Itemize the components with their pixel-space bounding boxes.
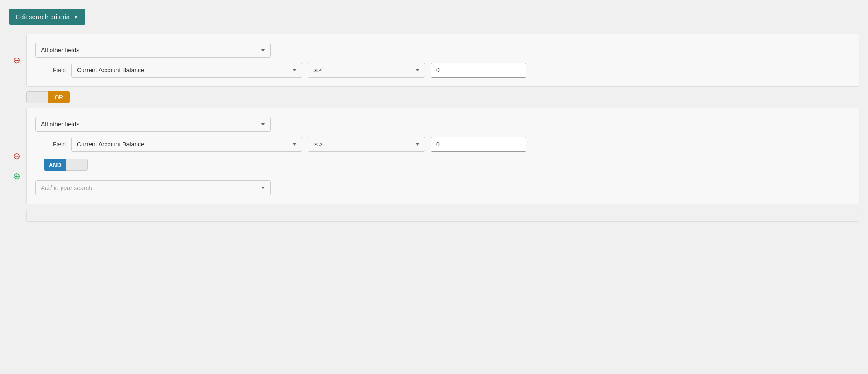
field-label-1: Field (44, 67, 66, 74)
remove-block2-button[interactable]: ⊖ (13, 152, 21, 160)
remove-block1-button[interactable]: ⊖ (13, 56, 21, 65)
connector-inactive-right (66, 159, 88, 171)
field-label-2: Field (44, 141, 66, 148)
field-row-2: Field Current Account Balance is ≥ (44, 137, 850, 152)
edit-search-button[interactable]: Edit search criteria ▼ (9, 9, 85, 25)
connector-inactive-left (26, 91, 48, 103)
criteria-block-1: All other fields Field Current Account B… (26, 34, 859, 87)
field-type-select-2[interactable]: All other fields (35, 117, 271, 132)
bottom-bar (26, 209, 859, 222)
operator-select-2[interactable]: is ≥ (308, 137, 425, 152)
add-block-button[interactable]: ⊕ (13, 172, 21, 180)
and-connector: AND (44, 159, 850, 171)
value-input-2[interactable] (431, 137, 526, 152)
or-connector: OR (26, 91, 859, 103)
field-type-select-1[interactable]: All other fields (35, 43, 271, 58)
field-row-1: Field Current Account Balance is ≤ (44, 63, 850, 78)
or-label[interactable]: OR (48, 91, 70, 103)
field-name-select-1[interactable]: Current Account Balance (71, 63, 302, 78)
operator-select-1[interactable]: is ≤ (308, 63, 425, 78)
edit-search-label: Edit search criteria (16, 13, 70, 20)
and-label[interactable]: AND (44, 159, 66, 171)
criteria-block-2: All other fields Field Current Account B… (26, 108, 859, 204)
field-name-select-2[interactable]: Current Account Balance (71, 137, 302, 152)
add-search-select[interactable]: Add to your search (35, 180, 271, 195)
value-input-1[interactable] (431, 63, 526, 78)
chevron-down-icon: ▼ (73, 14, 79, 20)
